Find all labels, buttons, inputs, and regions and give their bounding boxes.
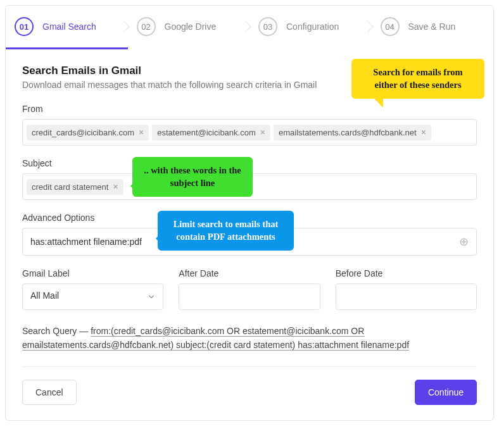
gmail-label-label: Gmail Label: [22, 268, 163, 278]
from-input[interactable]: credit_cards@icicibank.com × estatement@…: [22, 119, 477, 146]
chip-text: credit_cards@icicibank.com: [32, 128, 134, 137]
chip-text: estatement@icicibank.com: [157, 128, 256, 137]
callout-subject: .. with these words in the subject line: [132, 157, 253, 197]
after-date-input[interactable]: [179, 283, 320, 310]
step-google-drive[interactable]: 02 Google Drive: [128, 6, 250, 49]
step-configuration[interactable]: 03 Configuration: [250, 6, 372, 49]
from-chip: emailstatements.cards@hdfcbank.net ×: [274, 125, 431, 140]
close-icon[interactable]: ×: [139, 128, 144, 137]
search-query-prefix: Search Query —: [22, 326, 91, 336]
step-label: Save & Run: [408, 22, 456, 32]
step-label: Google Drive: [165, 22, 217, 32]
chip-text: emailstatements.cards@hdfcbank.net: [279, 128, 417, 137]
from-label: From: [22, 104, 477, 114]
subject-chip: credit card statement ×: [27, 179, 123, 195]
step-gmail-search[interactable]: 01 Gmail Search: [6, 6, 128, 49]
close-icon[interactable]: ×: [113, 182, 118, 191]
cancel-button[interactable]: Cancel: [22, 380, 77, 405]
before-date-input[interactable]: [336, 283, 477, 310]
step-number: 03: [258, 17, 277, 36]
gmail-label-select[interactable]: All Mail: [22, 283, 163, 310]
before-date-label: Before Date: [336, 268, 477, 278]
form-body: Search Emails in Gmail Download email me…: [6, 49, 493, 420]
close-icon[interactable]: ×: [421, 128, 426, 137]
search-query-display: Search Query — from:(credit_cards@icicib…: [22, 324, 477, 352]
callout-senders: Search for emails from either of these s…: [351, 59, 484, 99]
plus-icon[interactable]: ⊕: [459, 235, 469, 249]
continue-button[interactable]: Continue: [415, 380, 477, 405]
from-chip: estatement@icicibank.com ×: [152, 125, 270, 140]
step-number: 04: [381, 17, 400, 36]
from-chip: credit_cards@icicibank.com ×: [27, 125, 149, 140]
callout-attachments: Limit search to emails that contain PDF …: [158, 211, 294, 251]
step-number: 01: [15, 17, 34, 36]
divider: [22, 366, 477, 367]
wizard-card: 01 Gmail Search 02 Google Drive 03 Confi…: [5, 5, 494, 421]
after-date-label: After Date: [179, 268, 320, 278]
close-icon[interactable]: ×: [260, 128, 265, 137]
step-save-run[interactable]: 04 Save & Run: [372, 6, 494, 49]
step-label: Configuration: [286, 22, 339, 32]
step-nav: 01 Gmail Search 02 Google Drive 03 Confi…: [6, 6, 493, 49]
step-number: 02: [137, 17, 156, 36]
step-label: Gmail Search: [42, 22, 96, 32]
chip-text: credit card statement: [32, 182, 108, 192]
